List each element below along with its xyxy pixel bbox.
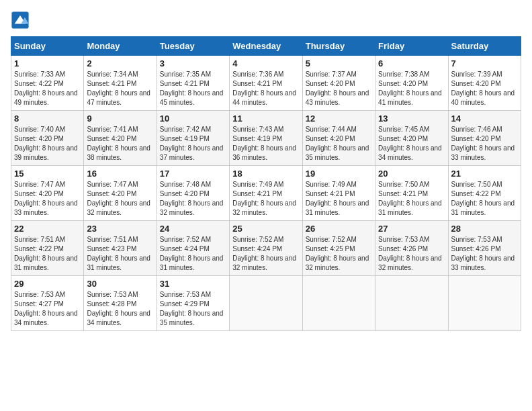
calendar-cell: 4Sunrise: 7:36 AMSunset: 4:21 PMDaylight… bbox=[230, 56, 302, 111]
calendar-week-3: 15Sunrise: 7:47 AMSunset: 4:20 PMDayligh… bbox=[11, 166, 521, 221]
day-detail: Sunrise: 7:47 AMSunset: 4:20 PMDaylight:… bbox=[87, 181, 150, 216]
day-number: 13 bbox=[378, 113, 445, 124]
day-detail: Sunrise: 7:37 AMSunset: 4:20 PMDaylight:… bbox=[306, 71, 369, 106]
day-detail: Sunrise: 7:47 AMSunset: 4:20 PMDaylight:… bbox=[14, 181, 78, 216]
day-number: 2 bbox=[87, 58, 153, 68]
calendar-week-1: 1Sunrise: 7:33 AMSunset: 4:22 PMDaylight… bbox=[11, 56, 521, 111]
day-number: 8 bbox=[14, 113, 81, 124]
calendar-cell: 19Sunrise: 7:49 AMSunset: 4:21 PMDayligh… bbox=[302, 166, 375, 221]
weekday-header-sunday: Sunday bbox=[11, 37, 84, 56]
day-detail: Sunrise: 7:49 AMSunset: 4:21 PMDaylight:… bbox=[306, 181, 369, 216]
day-number: 12 bbox=[306, 113, 372, 124]
calendar-cell: 29Sunrise: 7:53 AMSunset: 4:27 PMDayligh… bbox=[11, 276, 84, 331]
day-detail: Sunrise: 7:53 AMSunset: 4:26 PMDaylight:… bbox=[378, 236, 442, 271]
calendar-cell bbox=[302, 276, 375, 331]
day-number: 24 bbox=[160, 224, 226, 234]
calendar-body: 1Sunrise: 7:33 AMSunset: 4:22 PMDaylight… bbox=[11, 56, 521, 331]
calendar-cell: 20Sunrise: 7:50 AMSunset: 4:21 PMDayligh… bbox=[375, 166, 448, 221]
day-detail: Sunrise: 7:50 AMSunset: 4:21 PMDaylight:… bbox=[378, 181, 442, 216]
day-number: 22 bbox=[14, 224, 81, 234]
calendar-week-4: 22Sunrise: 7:51 AMSunset: 4:22 PMDayligh… bbox=[11, 221, 521, 276]
day-number: 3 bbox=[160, 58, 226, 68]
calendar-cell: 2Sunrise: 7:34 AMSunset: 4:21 PMDaylight… bbox=[84, 56, 157, 111]
day-detail: Sunrise: 7:36 AMSunset: 4:21 PMDaylight:… bbox=[232, 71, 296, 106]
calendar-cell: 31Sunrise: 7:53 AMSunset: 4:29 PMDayligh… bbox=[157, 276, 229, 331]
calendar-cell: 12Sunrise: 7:44 AMSunset: 4:20 PMDayligh… bbox=[302, 111, 375, 166]
calendar-cell: 28Sunrise: 7:53 AMSunset: 4:26 PMDayligh… bbox=[448, 221, 521, 276]
day-detail: Sunrise: 7:53 AMSunset: 4:26 PMDaylight:… bbox=[451, 236, 515, 271]
day-number: 31 bbox=[160, 279, 226, 289]
day-detail: Sunrise: 7:51 AMSunset: 4:23 PMDaylight:… bbox=[87, 236, 150, 271]
calendar-cell bbox=[375, 276, 448, 331]
day-detail: Sunrise: 7:45 AMSunset: 4:20 PMDaylight:… bbox=[378, 126, 442, 161]
day-number: 19 bbox=[306, 169, 372, 179]
day-detail: Sunrise: 7:48 AMSunset: 4:20 PMDaylight:… bbox=[160, 181, 224, 216]
calendar-cell: 23Sunrise: 7:51 AMSunset: 4:23 PMDayligh… bbox=[84, 221, 157, 276]
calendar-cell: 14Sunrise: 7:46 AMSunset: 4:20 PMDayligh… bbox=[448, 111, 521, 166]
calendar-cell: 25Sunrise: 7:52 AMSunset: 4:24 PMDayligh… bbox=[230, 221, 302, 276]
calendar-week-5: 29Sunrise: 7:53 AMSunset: 4:27 PMDayligh… bbox=[11, 276, 521, 331]
weekday-header-wednesday: Wednesday bbox=[230, 37, 302, 56]
weekday-header-saturday: Saturday bbox=[448, 37, 521, 56]
day-number: 4 bbox=[232, 58, 299, 68]
day-number: 27 bbox=[378, 224, 445, 234]
calendar-cell bbox=[448, 276, 521, 331]
calendar-cell: 1Sunrise: 7:33 AMSunset: 4:22 PMDaylight… bbox=[11, 56, 84, 111]
day-number: 23 bbox=[87, 224, 153, 234]
day-number: 6 bbox=[378, 58, 445, 68]
calendar-cell: 8Sunrise: 7:40 AMSunset: 4:20 PMDaylight… bbox=[11, 111, 84, 166]
day-number: 25 bbox=[232, 224, 299, 234]
day-number: 9 bbox=[87, 113, 153, 124]
calendar-cell: 17Sunrise: 7:48 AMSunset: 4:20 PMDayligh… bbox=[157, 166, 229, 221]
weekday-header-thursday: Thursday bbox=[302, 37, 375, 56]
day-number: 14 bbox=[451, 113, 518, 124]
day-detail: Sunrise: 7:51 AMSunset: 4:22 PMDaylight:… bbox=[14, 236, 78, 271]
day-number: 15 bbox=[14, 169, 81, 179]
calendar-cell: 11Sunrise: 7:43 AMSunset: 4:19 PMDayligh… bbox=[230, 111, 302, 166]
calendar-cell: 26Sunrise: 7:52 AMSunset: 4:25 PMDayligh… bbox=[302, 221, 375, 276]
day-number: 21 bbox=[451, 169, 518, 179]
calendar-header: SundayMondayTuesdayWednesdayThursdayFrid… bbox=[11, 37, 521, 56]
calendar-cell: 27Sunrise: 7:53 AMSunset: 4:26 PMDayligh… bbox=[375, 221, 448, 276]
day-number: 18 bbox=[232, 169, 299, 179]
calendar-cell: 30Sunrise: 7:53 AMSunset: 4:28 PMDayligh… bbox=[84, 276, 157, 331]
calendar-cell: 21Sunrise: 7:50 AMSunset: 4:22 PMDayligh… bbox=[448, 166, 521, 221]
logo-icon bbox=[11, 11, 30, 30]
day-detail: Sunrise: 7:49 AMSunset: 4:21 PMDaylight:… bbox=[232, 181, 296, 216]
day-detail: Sunrise: 7:43 AMSunset: 4:19 PMDaylight:… bbox=[232, 126, 296, 161]
calendar-cell: 15Sunrise: 7:47 AMSunset: 4:20 PMDayligh… bbox=[11, 166, 84, 221]
calendar-cell: 13Sunrise: 7:45 AMSunset: 4:20 PMDayligh… bbox=[375, 111, 448, 166]
day-detail: Sunrise: 7:52 AMSunset: 4:25 PMDaylight:… bbox=[306, 236, 369, 271]
day-detail: Sunrise: 7:53 AMSunset: 4:27 PMDaylight:… bbox=[14, 291, 78, 326]
day-number: 29 bbox=[14, 279, 81, 289]
day-number: 26 bbox=[306, 224, 372, 234]
logo bbox=[11, 11, 31, 30]
calendar-cell: 24Sunrise: 7:52 AMSunset: 4:24 PMDayligh… bbox=[157, 221, 229, 276]
day-detail: Sunrise: 7:39 AMSunset: 4:20 PMDaylight:… bbox=[451, 71, 515, 106]
day-number: 28 bbox=[451, 224, 518, 234]
calendar-cell: 22Sunrise: 7:51 AMSunset: 4:22 PMDayligh… bbox=[11, 221, 84, 276]
day-detail: Sunrise: 7:53 AMSunset: 4:29 PMDaylight:… bbox=[160, 291, 224, 326]
day-detail: Sunrise: 7:52 AMSunset: 4:24 PMDaylight:… bbox=[160, 236, 224, 271]
day-number: 7 bbox=[451, 58, 518, 68]
calendar-table: SundayMondayTuesdayWednesdayThursdayFrid… bbox=[11, 36, 521, 331]
calendar-cell bbox=[230, 276, 302, 331]
calendar-cell: 18Sunrise: 7:49 AMSunset: 4:21 PMDayligh… bbox=[230, 166, 302, 221]
day-number: 17 bbox=[160, 169, 226, 179]
calendar-cell: 7Sunrise: 7:39 AMSunset: 4:20 PMDaylight… bbox=[448, 56, 521, 111]
day-number: 16 bbox=[87, 169, 153, 179]
day-detail: Sunrise: 7:52 AMSunset: 4:24 PMDaylight:… bbox=[232, 236, 296, 271]
weekday-header-row: SundayMondayTuesdayWednesdayThursdayFrid… bbox=[11, 37, 521, 56]
day-number: 10 bbox=[160, 113, 226, 124]
day-detail: Sunrise: 7:35 AMSunset: 4:21 PMDaylight:… bbox=[160, 71, 224, 106]
day-detail: Sunrise: 7:50 AMSunset: 4:22 PMDaylight:… bbox=[451, 181, 515, 216]
day-number: 11 bbox=[232, 113, 299, 124]
day-number: 5 bbox=[306, 58, 372, 68]
day-detail: Sunrise: 7:40 AMSunset: 4:20 PMDaylight:… bbox=[14, 126, 78, 161]
day-detail: Sunrise: 7:33 AMSunset: 4:22 PMDaylight:… bbox=[14, 71, 78, 106]
day-number: 20 bbox=[378, 169, 445, 179]
calendar-cell: 6Sunrise: 7:38 AMSunset: 4:20 PMDaylight… bbox=[375, 56, 448, 111]
day-number: 1 bbox=[14, 58, 81, 68]
calendar-cell: 9Sunrise: 7:41 AMSunset: 4:20 PMDaylight… bbox=[84, 111, 157, 166]
day-detail: Sunrise: 7:42 AMSunset: 4:19 PMDaylight:… bbox=[160, 126, 224, 161]
